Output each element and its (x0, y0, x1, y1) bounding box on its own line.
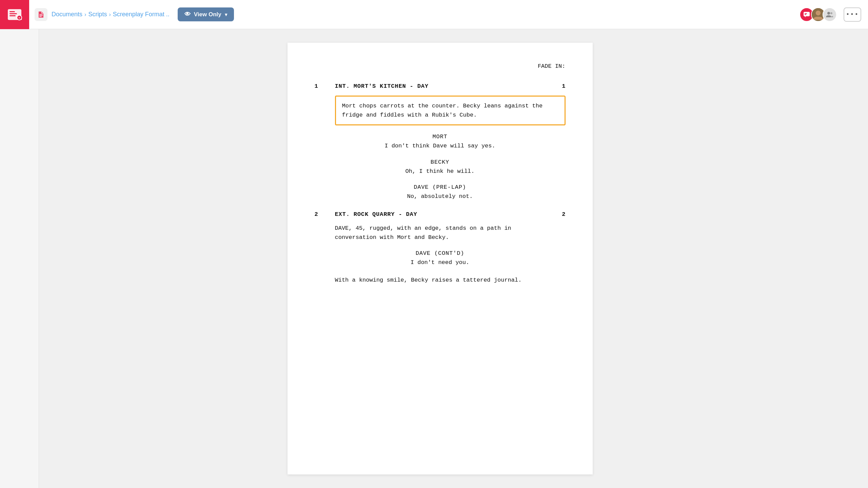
svg-rect-7 (39, 15, 43, 16)
sidebar (0, 29, 39, 488)
chevron-down-icon: ▾ (225, 12, 227, 17)
topbar: + Documents › Scripts › Screenplay Forma… (0, 0, 868, 29)
scene-1-heading-row: 1 INT. MORT'S KITCHEN - DAY 1 (315, 83, 566, 89)
avatar-people (823, 7, 837, 22)
document-icon (37, 11, 45, 18)
svg-rect-8 (39, 16, 42, 17)
dialogue-dave-prelap: No, absolutely not. (315, 192, 566, 201)
svg-rect-6 (39, 14, 43, 15)
character-dave-contd: DAVE (CONT'D) (315, 250, 566, 257)
right-panel (841, 29, 868, 488)
action-highlighted-text: Mort chops carrots at the counter. Becky… (342, 101, 558, 120)
people-icon (826, 11, 834, 19)
action-highlighted-block: Mort chops carrots at the counter. Becky… (335, 96, 566, 125)
svg-rect-9 (804, 12, 810, 16)
scene-2-action2: With a knowing smile, Becky raises a tat… (335, 276, 566, 285)
breadcrumb: Documents › Scripts › Screenplay Format … (52, 11, 170, 18)
scene-2-heading: EXT. ROCK QUARRY - DAY (325, 211, 555, 218)
main-content: FADE IN: 1 INT. MORT'S KITCHEN - DAY 1 M… (39, 29, 841, 488)
breadcrumb-separator-2: › (109, 12, 111, 18)
avatar-group (800, 7, 837, 22)
scene-1-number-right: 1 (555, 83, 566, 89)
dialogue-becky: Oh, I think he will. (315, 167, 566, 176)
scene-2: 2 EXT. ROCK QUARRY - DAY 2 DAVE, 45, rug… (315, 211, 566, 285)
main-layout: FADE IN: 1 INT. MORT'S KITCHEN - DAY 1 M… (0, 29, 868, 488)
scene-1-heading: INT. MORT'S KITCHEN - DAY (325, 83, 555, 89)
svg-point-13 (816, 11, 821, 15)
scene-2-action: DAVE, 45, rugged, with an edge, stands o… (335, 224, 566, 242)
view-only-label: View Only (194, 11, 221, 18)
svg-rect-10 (805, 13, 807, 14)
scene-1: 1 INT. MORT'S KITCHEN - DAY 1 Mort chops… (315, 83, 566, 201)
breadcrumb-current[interactable]: Screenplay Format .. (113, 11, 170, 18)
screenplay-page: FADE IN: 1 INT. MORT'S KITCHEN - DAY 1 M… (288, 43, 593, 474)
character-mort: MORT (315, 134, 566, 140)
scene-2-heading-row: 2 EXT. ROCK QUARRY - DAY 2 (315, 211, 566, 218)
breadcrumb-documents[interactable]: Documents (52, 11, 82, 18)
breadcrumb-scripts[interactable]: Scripts (88, 11, 107, 18)
scene-2-number-right: 2 (555, 211, 566, 218)
view-only-button[interactable]: 👁 View Only ▾ (178, 7, 234, 21)
svg-point-14 (827, 12, 830, 15)
dialogue-dave-contd: I don't need you. (315, 258, 566, 267)
svg-rect-2 (9, 13, 17, 14)
character-becky: BECKY (315, 159, 566, 165)
topbar-right: ••• (800, 7, 861, 22)
doc-icon (35, 8, 47, 21)
svg-rect-1 (9, 11, 15, 12)
logo-icon: + (6, 6, 23, 23)
scene-1-number-left: 1 (315, 83, 325, 89)
scene-2-number-left: 2 (315, 211, 325, 218)
character-dave-prelap: DAVE (PRE-LAP) (315, 184, 566, 190)
dialogue-mort: I don't think Dave will say yes. (315, 141, 566, 150)
svg-rect-11 (805, 14, 806, 15)
svg-rect-3 (9, 15, 16, 16)
svg-text:+: + (18, 17, 20, 20)
chat-icon (803, 11, 810, 18)
eye-icon: 👁 (184, 11, 191, 18)
more-button[interactable]: ••• (844, 7, 861, 22)
app-logo: + (0, 0, 29, 29)
svg-point-15 (830, 12, 832, 14)
fade-in: FADE IN: (315, 63, 566, 69)
breadcrumb-separator-1: › (84, 12, 86, 18)
